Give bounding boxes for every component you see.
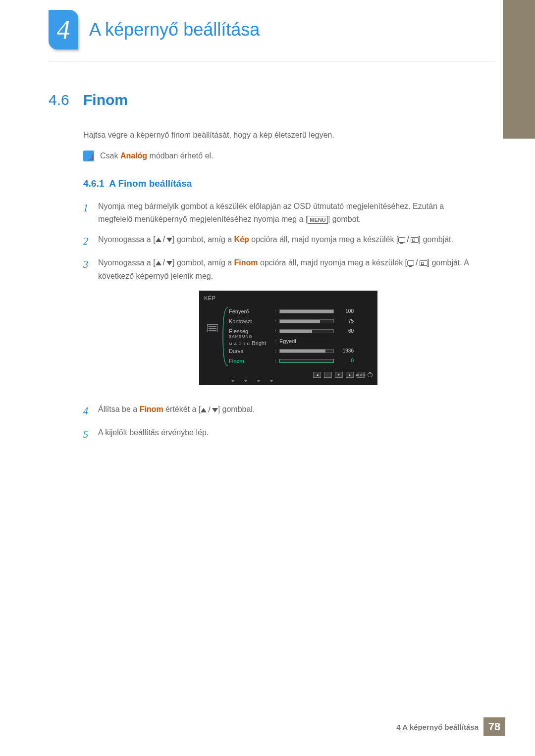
osd-row-contrast: Kontraszt: 75 — [229, 316, 373, 326]
section-number: 4.6 — [49, 92, 83, 108]
note: Csak Analóg módban érhető el. — [83, 151, 479, 161]
source-icon: / — [407, 256, 427, 269]
osd-row-coarse: Durva: 1936 — [229, 346, 373, 356]
section-heading: 4.6 Finom — [49, 92, 479, 108]
step-3: 3 Nyomogassa a [/] gombot, amíg a Finom … — [83, 256, 479, 396]
chapter-number: 4 — [57, 14, 70, 45]
osd-screenshot: KÉP Fényerő: 100 — [199, 291, 377, 385]
content: 4.6 Finom Hajtsa végre a képernyő finom … — [49, 92, 479, 450]
header-rule — [49, 61, 495, 61]
up-down-icon: / — [156, 256, 172, 269]
side-tab — [503, 0, 535, 139]
osd-plus-icon: + — [335, 372, 343, 378]
osd-title: KÉP — [199, 291, 377, 304]
page: 4 A képernyő beállítása 4.6 Finom Hajtsa… — [0, 0, 535, 756]
page-number: 78 — [483, 717, 505, 736]
osd-auto-label: AUTO — [357, 372, 365, 378]
osd-back-icon: ◂ — [313, 372, 321, 378]
down-arrow-icon — [231, 380, 235, 382]
power-icon — [368, 372, 373, 377]
steps-list: 1 Nyomja meg bármelyik gombot a készülék… — [83, 200, 479, 443]
source-icon: / — [398, 233, 418, 246]
section-title: Finom — [83, 92, 128, 108]
osd-row-fine: Finom: 0 — [229, 356, 373, 366]
note-icon — [83, 151, 94, 161]
down-arrow-icon — [257, 380, 261, 382]
note-text: Csak Analóg módban érhető el. — [100, 151, 214, 160]
down-arrow-icon — [244, 380, 248, 382]
chapter-badge: 4 — [49, 10, 78, 50]
osd-button-row: ◂ − + ▸ AUTO — [199, 371, 377, 378]
down-arrow-icon — [269, 380, 273, 382]
footer-text: 4 A képernyő beállítása — [396, 723, 479, 731]
subsection-heading: 4.6.1 A Finom beállítása — [83, 178, 479, 189]
osd-row-brightness: Fényerő: 100 — [229, 306, 373, 316]
menu-button-icon: MENU — [308, 216, 327, 224]
step-5: 5 A kijelölt beállítás érvénybe lép. — [83, 426, 479, 443]
intro-text: Hajtsa végre a képernyő finom beállításá… — [83, 131, 479, 140]
osd-row-magic: SAMSUNG M A G I C Bright : Egyedi — [229, 336, 373, 346]
osd-enter-icon: ▸ — [346, 372, 354, 378]
osd-minus-icon: − — [324, 372, 332, 378]
up-down-icon: / — [156, 233, 172, 246]
osd-menu-icon — [207, 324, 218, 332]
up-down-icon: / — [201, 403, 217, 416]
step-1: 1 Nyomja meg bármelyik gombot a készülék… — [83, 200, 479, 226]
osd-bracket-icon — [222, 306, 229, 367]
chapter-header: 4 A képernyő beállítása — [49, 10, 260, 50]
step-2: 2 Nyomogassa a [/] gombot, amíg a Kép op… — [83, 233, 479, 250]
chapter-title: A képernyő beállítása — [89, 19, 260, 40]
footer: 4 A képernyő beállítása 78 — [396, 717, 505, 736]
step-4: 4 Állítsa be a Finom értékét a [/] gombb… — [83, 403, 479, 419]
